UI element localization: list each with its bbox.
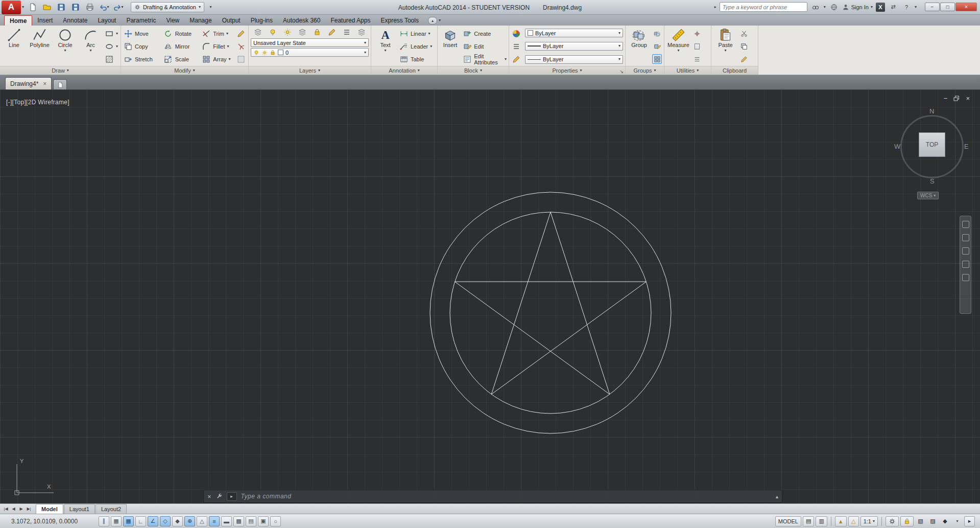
- tab-model[interactable]: Model: [36, 504, 63, 514]
- sign-in-button[interactable]: Sign In ▾: [842, 4, 873, 11]
- tray-options-caret-icon[interactable]: ▾: [952, 516, 963, 526]
- snap-mode-toggle[interactable]: ▦: [111, 516, 122, 526]
- command-line[interactable]: × ▸ ▴: [203, 490, 782, 503]
- leader-button[interactable]: Leader▾: [399, 41, 432, 51]
- grid-display-toggle[interactable]: ▦: [123, 516, 134, 526]
- ribbon-minimize-button[interactable]: ▴: [428, 17, 437, 25]
- polar-tracking-toggle[interactable]: ∠: [148, 516, 158, 526]
- coordinates-readout[interactable]: 3.1072, 10.0109, 0.0000: [11, 518, 97, 525]
- tab-manage[interactable]: Manage: [184, 15, 217, 26]
- toolbar-lock-button[interactable]: [900, 516, 914, 526]
- object-snap-3d-toggle[interactable]: ◆: [172, 516, 183, 526]
- create-block-button[interactable]: Create: [462, 29, 507, 38]
- last-layout-button[interactable]: ▶|: [25, 507, 33, 511]
- transparency-toggle[interactable]: ▩: [233, 516, 244, 526]
- panel-label-block[interactable]: Block▾: [438, 66, 509, 75]
- search-icon[interactable]: [810, 2, 821, 12]
- open-button[interactable]: [40, 2, 53, 13]
- file-tab-close-icon[interactable]: ×: [43, 80, 46, 87]
- stay-connected-icon[interactable]: ⇄: [888, 2, 898, 12]
- selection-cycling-toggle[interactable]: ▣: [258, 516, 269, 526]
- object-color-button[interactable]: [511, 29, 521, 38]
- recent-commands-icon[interactable]: ▴: [776, 494, 778, 499]
- communication-center-icon[interactable]: [829, 2, 839, 12]
- match-properties-clip-button[interactable]: [739, 54, 749, 64]
- arc-button[interactable]: Arc▾: [79, 27, 103, 66]
- previous-layout-button[interactable]: ◀: [10, 507, 17, 511]
- tab-home[interactable]: Home: [4, 15, 32, 26]
- lineweight-dropdown[interactable]: ByLayer▾: [525, 42, 623, 51]
- first-layout-button[interactable]: |◀: [2, 507, 10, 511]
- window-maximize-button[interactable]: □: [940, 3, 955, 11]
- tab-autodesk360[interactable]: Autodesk 360: [278, 15, 325, 26]
- linear-dimension-button[interactable]: Linear▾: [399, 29, 432, 38]
- viewport-controls[interactable]: [-][Top][2D Wireframe]: [6, 99, 69, 106]
- ungroup-button[interactable]: [652, 29, 662, 38]
- zoom-icon[interactable]: [962, 247, 969, 255]
- viewcube[interactable]: N W E S TOP: [897, 109, 967, 190]
- dynamic-ucs-toggle[interactable]: △: [197, 516, 207, 526]
- move-button[interactable]: Move: [123, 29, 162, 38]
- annotation-autoscale-button[interactable]: △: [848, 516, 859, 526]
- stretch-button[interactable]: Stretch: [123, 54, 162, 64]
- mirror-button[interactable]: Mirror: [163, 41, 200, 51]
- erase-button[interactable]: [236, 29, 246, 38]
- viewcube-south[interactable]: S: [930, 177, 935, 185]
- panel-label-layers[interactable]: Layers▾: [249, 66, 371, 75]
- panel-label-draw[interactable]: Draw▾: [0, 66, 121, 75]
- layer-previous-button[interactable]: [357, 27, 367, 37]
- viewport-minimize-icon[interactable]: −: [944, 95, 948, 102]
- help-caret-icon[interactable]: ▾: [915, 5, 917, 9]
- properties-dialog-launcher-icon[interactable]: ↘: [619, 69, 624, 74]
- annotation-monitor-toggle[interactable]: ○: [270, 516, 281, 526]
- pentagram-star-entity[interactable]: [455, 212, 647, 394]
- panel-label-utilities[interactable]: Utilities▾: [664, 66, 711, 75]
- tab-express-tools[interactable]: Express Tools: [375, 15, 423, 26]
- tab-output[interactable]: Output: [217, 15, 246, 26]
- command-close-icon[interactable]: ×: [207, 493, 211, 500]
- panel-label-properties[interactable]: Properties▾↘: [509, 66, 625, 75]
- measure-button[interactable]: Measure▾: [666, 27, 690, 66]
- object-color-dropdown[interactable]: ByLayer▾: [525, 29, 623, 37]
- copy-clip-button[interactable]: [739, 41, 749, 51]
- workspace-switching-button[interactable]: [886, 516, 899, 526]
- tab-annotate[interactable]: Annotate: [58, 15, 92, 26]
- navigation-bar[interactable]: [960, 216, 971, 314]
- viewcube-east[interactable]: E: [964, 143, 969, 150]
- layer-match-button[interactable]: [342, 27, 352, 37]
- orbit-icon[interactable]: [962, 261, 969, 268]
- quick-properties-toggle[interactable]: ▤: [246, 516, 256, 526]
- annotation-visibility-button[interactable]: ▲: [835, 516, 847, 526]
- tab-parametric[interactable]: Parametric: [121, 15, 161, 26]
- dynamic-input-toggle[interactable]: ≡: [209, 516, 220, 526]
- tray-trusted-autodesk-icon[interactable]: ◆: [940, 516, 950, 526]
- viewport-close-icon[interactable]: ×: [966, 95, 970, 102]
- new-button[interactable]: [26, 2, 39, 13]
- save-button[interactable]: [55, 2, 67, 13]
- current-layer-dropdown[interactable]: 0 ▾: [251, 48, 369, 57]
- exchange-apps-button[interactable]: X: [876, 3, 885, 12]
- layer-properties-button[interactable]: [253, 27, 262, 37]
- save-as-button[interactable]: [69, 2, 82, 13]
- lineweight-toggle[interactable]: ▬: [221, 516, 232, 526]
- application-menu-caret-icon[interactable]: ▾: [22, 5, 24, 9]
- quick-view-layouts-button[interactable]: ▤: [803, 516, 814, 526]
- id-point-button[interactable]: [692, 29, 702, 38]
- explode-button[interactable]: [236, 41, 246, 51]
- ortho-mode-toggle[interactable]: ∟: [135, 516, 146, 526]
- showmotion-icon[interactable]: [962, 274, 969, 281]
- layer-freeze-button[interactable]: [297, 27, 307, 37]
- pan-icon[interactable]: [962, 234, 969, 241]
- clean-screen-button[interactable]: ▸: [964, 516, 975, 526]
- window-close-button[interactable]: ×: [955, 3, 977, 11]
- viewcube-north[interactable]: N: [929, 107, 934, 115]
- next-layout-button[interactable]: ▶: [17, 507, 25, 511]
- search-options-caret-icon[interactable]: ▾: [824, 5, 826, 9]
- layer-lock-button[interactable]: [313, 27, 322, 37]
- match-properties-button[interactable]: [511, 54, 521, 64]
- quick-view-drawings-button[interactable]: ▥: [816, 516, 827, 526]
- wcs-menu[interactable]: WCS ▾: [917, 192, 939, 199]
- search-input[interactable]: [720, 2, 807, 12]
- layer-isolate-button[interactable]: [282, 27, 292, 37]
- edit-attributes-button[interactable]: Edit Attributes▾: [462, 54, 507, 64]
